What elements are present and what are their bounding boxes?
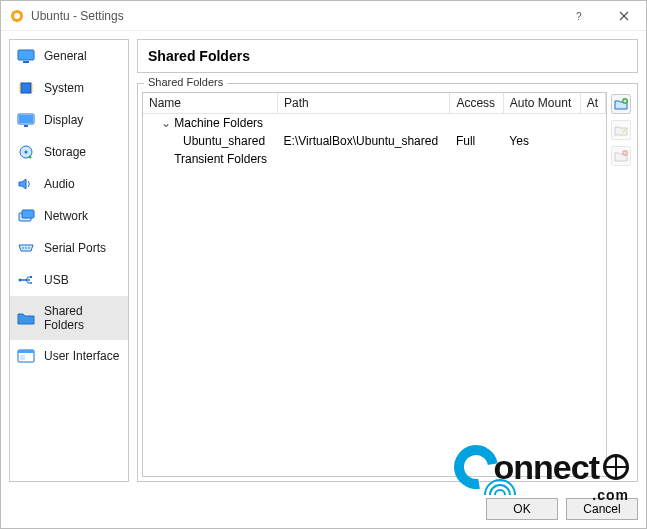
svg-text:?: ? bbox=[576, 11, 582, 21]
close-button[interactable] bbox=[601, 1, 646, 31]
svg-point-3 bbox=[20, 11, 23, 14]
col-name[interactable]: Name bbox=[143, 93, 278, 114]
svg-point-27 bbox=[19, 279, 22, 282]
group-label: Shared Folders bbox=[144, 76, 227, 88]
svg-point-2 bbox=[12, 11, 15, 14]
col-auto-mount[interactable]: Auto Mount bbox=[503, 93, 580, 114]
entry-auto-mount: Yes bbox=[503, 132, 580, 150]
table-row[interactable]: Transient Folders bbox=[143, 150, 606, 168]
sidebar-item-label: Storage bbox=[44, 145, 86, 159]
table-row[interactable]: Ubuntu_shared E:\VirtualBox\Ubuntu_share… bbox=[143, 132, 606, 150]
speaker-icon bbox=[16, 176, 36, 192]
group-name: Machine Folders bbox=[174, 116, 263, 130]
group-name: Transient Folders bbox=[174, 152, 267, 166]
network-icon bbox=[16, 208, 36, 224]
svg-rect-28 bbox=[30, 276, 32, 278]
app-icon bbox=[9, 8, 25, 24]
table-header-row: Name Path Access Auto Mount At bbox=[143, 93, 606, 114]
chevron-down-icon[interactable]: ⌄ bbox=[161, 116, 171, 130]
window-body: General System Display Storage Audio Net… bbox=[1, 31, 646, 490]
entry-access: Full bbox=[450, 132, 503, 150]
sidebar-item-label: Serial Ports bbox=[44, 241, 106, 255]
sidebar-item-label: USB bbox=[44, 273, 69, 287]
svg-rect-31 bbox=[18, 350, 34, 353]
sidebar-item-display[interactable]: Display bbox=[10, 104, 128, 136]
sidebar-item-label: Audio bbox=[44, 177, 75, 191]
svg-point-25 bbox=[25, 247, 27, 249]
sidebar-item-general[interactable]: General bbox=[10, 40, 128, 72]
svg-point-26 bbox=[28, 247, 30, 249]
entry-name: Ubuntu_shared bbox=[143, 132, 278, 150]
sidebar-item-serial-ports[interactable]: Serial Ports bbox=[10, 232, 128, 264]
svg-rect-9 bbox=[23, 61, 29, 63]
shared-folders-toolbar bbox=[611, 92, 633, 477]
sidebar-item-storage[interactable]: Storage bbox=[10, 136, 128, 168]
sidebar-item-label: Shared Folders bbox=[44, 304, 122, 332]
sidebar-item-usb[interactable]: USB bbox=[10, 264, 128, 296]
svg-point-24 bbox=[22, 247, 24, 249]
help-button[interactable]: ? bbox=[556, 1, 601, 31]
shared-folders-group: Shared Folders Name Path Access Auto Mou… bbox=[137, 83, 638, 482]
svg-rect-8 bbox=[18, 50, 34, 60]
settings-window: Ubuntu - Settings ? General System Displ… bbox=[0, 0, 647, 529]
sidebar-item-label: System bbox=[44, 81, 84, 95]
page-title: Shared Folders bbox=[137, 39, 638, 73]
svg-point-21 bbox=[25, 151, 28, 154]
sidebar-item-label: User Interface bbox=[44, 349, 119, 363]
svg-point-29 bbox=[30, 282, 32, 284]
entry-path: E:\VirtualBox\Ubuntu_shared bbox=[278, 132, 450, 150]
table-row[interactable]: ⌄ Machine Folders bbox=[143, 114, 606, 133]
add-share-button[interactable] bbox=[611, 94, 631, 114]
disk-icon bbox=[16, 144, 36, 160]
display-icon bbox=[16, 112, 36, 128]
dialog-footer: OK Cancel bbox=[1, 490, 646, 528]
sidebar-item-network[interactable]: Network bbox=[10, 200, 128, 232]
sidebar-item-shared-folders[interactable]: Shared Folders bbox=[10, 296, 128, 340]
svg-rect-32 bbox=[20, 355, 25, 360]
settings-sidebar: General System Display Storage Audio Net… bbox=[9, 39, 129, 482]
svg-rect-19 bbox=[24, 125, 28, 127]
remove-share-button[interactable] bbox=[611, 146, 631, 166]
sidebar-item-user-interface[interactable]: User Interface bbox=[10, 340, 128, 372]
chip-icon bbox=[16, 80, 36, 96]
titlebar: Ubuntu - Settings ? bbox=[1, 1, 646, 31]
edit-share-button[interactable] bbox=[611, 120, 631, 140]
sidebar-item-label: Display bbox=[44, 113, 83, 127]
ui-icon bbox=[16, 348, 36, 364]
entry-at bbox=[580, 132, 605, 150]
sidebar-item-label: General bbox=[44, 49, 87, 63]
svg-point-1 bbox=[14, 13, 20, 19]
usb-icon bbox=[16, 272, 36, 288]
svg-rect-18 bbox=[19, 115, 33, 123]
sidebar-item-audio[interactable]: Audio bbox=[10, 168, 128, 200]
cancel-button[interactable]: Cancel bbox=[566, 498, 638, 520]
svg-rect-23 bbox=[22, 210, 34, 218]
svg-point-4 bbox=[16, 19, 19, 22]
col-at[interactable]: At bbox=[580, 93, 605, 114]
main-content: Shared Folders Shared Folders Name Path … bbox=[137, 39, 638, 482]
sidebar-item-system[interactable]: System bbox=[10, 72, 128, 104]
chevron-right-icon[interactable] bbox=[161, 152, 171, 166]
folder-icon bbox=[16, 310, 36, 326]
col-access[interactable]: Access bbox=[450, 93, 503, 114]
shared-folders-table[interactable]: Name Path Access Auto Mount At ⌄ bbox=[142, 92, 607, 477]
monitor-icon bbox=[16, 48, 36, 64]
serial-icon bbox=[16, 240, 36, 256]
col-path[interactable]: Path bbox=[278, 93, 450, 114]
window-title: Ubuntu - Settings bbox=[31, 9, 556, 23]
svg-rect-10 bbox=[21, 83, 31, 93]
ok-button[interactable]: OK bbox=[486, 498, 558, 520]
sidebar-item-label: Network bbox=[44, 209, 88, 223]
